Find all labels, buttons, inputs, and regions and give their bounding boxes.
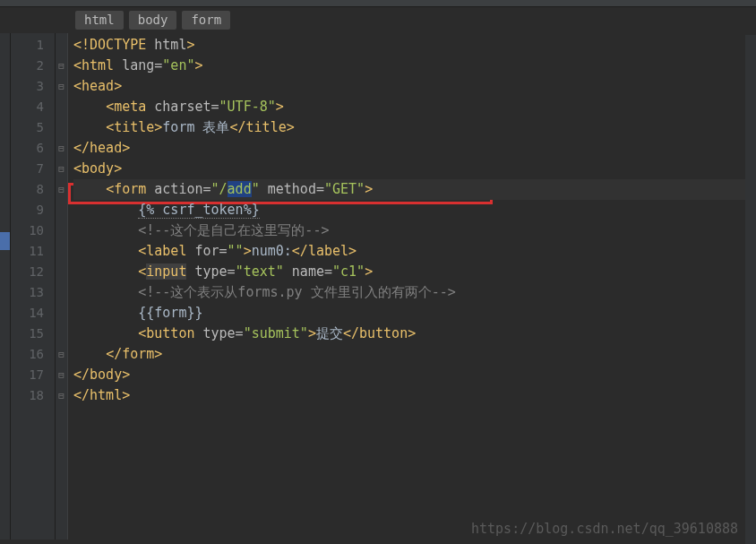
code-line[interactable]: </body> xyxy=(73,365,756,385)
line-number[interactable]: 15 xyxy=(11,324,44,344)
line-number[interactable]: 12 xyxy=(11,262,44,282)
code-line[interactable]: <body> xyxy=(73,159,756,179)
fold-toggle-icon[interactable]: ⊟ xyxy=(56,385,67,406)
line-number[interactable]: 16 xyxy=(11,344,44,365)
line-number[interactable]: 9 xyxy=(11,200,44,220)
code-line[interactable]: <meta charset="UTF-8"> xyxy=(73,97,756,117)
line-number[interactable]: 8 xyxy=(11,179,44,200)
line-number[interactable]: 5 xyxy=(11,117,44,138)
fold-toggle-icon xyxy=(56,241,67,262)
code-line[interactable]: <!DOCTYPE html> xyxy=(73,35,756,56)
line-number[interactable]: 7 xyxy=(11,159,44,179)
fold-toggle-icon xyxy=(56,303,67,324)
code-line[interactable]: <input type="text" name="c1"> xyxy=(73,262,756,282)
fold-toggle-icon xyxy=(56,220,67,241)
line-number-gutter: 123456789101112131415161718 xyxy=(11,33,56,540)
right-margin-overview[interactable] xyxy=(745,35,756,544)
fold-toggle-icon[interactable]: ⊟ xyxy=(56,179,67,200)
fold-toggle-icon xyxy=(56,262,67,282)
line-number[interactable]: 4 xyxy=(11,97,44,117)
code-line[interactable]: {{form}} xyxy=(73,303,756,324)
code-line[interactable]: <form action="/add" method="GET"> xyxy=(73,179,756,200)
line-number[interactable]: 10 xyxy=(11,220,44,241)
code-line[interactable]: {% csrf_token%} xyxy=(73,200,756,220)
fold-toggle-icon xyxy=(56,200,67,220)
code-line[interactable]: </head> xyxy=(73,138,756,159)
breadcrumb-item-html[interactable]: html xyxy=(75,11,124,30)
breadcrumb-item-form[interactable]: form xyxy=(182,11,230,30)
code-line[interactable]: <button type="submit">提交</button> xyxy=(73,324,756,344)
fold-toggle-icon xyxy=(56,282,67,303)
code-line[interactable]: <!--这个表示从forms.py 文件里引入的有两个--> xyxy=(73,282,756,303)
fold-toggle-icon[interactable]: ⊟ xyxy=(56,365,67,385)
fold-toggle-icon[interactable]: ⊟ xyxy=(56,76,67,97)
code-line[interactable]: <html lang="en"> xyxy=(73,56,756,76)
fold-toggle-icon xyxy=(56,117,67,138)
fold-gutter: ⊟⊟⊟⊟⊟⊟⊟⊟ xyxy=(56,33,68,540)
line-number[interactable]: 6 xyxy=(11,138,44,159)
line-number[interactable]: 14 xyxy=(11,303,44,324)
bookmark-marker[interactable] xyxy=(0,232,10,250)
fold-toggle-icon[interactable]: ⊟ xyxy=(56,344,67,365)
fold-toggle-icon[interactable]: ⊟ xyxy=(56,56,67,76)
fold-toggle-icon xyxy=(56,324,67,344)
code-line[interactable]: <!--这个是自己在这里写的--> xyxy=(73,220,756,241)
code-area[interactable]: <!DOCTYPE html><html lang="en"><head> <m… xyxy=(68,33,756,540)
code-line[interactable]: <head> xyxy=(73,76,756,97)
marker-gutter xyxy=(0,33,11,540)
toolbar-strip xyxy=(0,0,756,7)
fold-toggle-icon xyxy=(56,97,67,117)
breadcrumb-item-body[interactable]: body xyxy=(129,11,177,30)
fold-toggle-icon[interactable]: ⊟ xyxy=(56,138,67,159)
fold-toggle-icon xyxy=(56,35,67,56)
code-line[interactable]: <label for="">num0:</label> xyxy=(73,241,756,262)
editor-area: 123456789101112131415161718 ⊟⊟⊟⊟⊟⊟⊟⊟ <!D… xyxy=(0,33,756,540)
fold-toggle-icon[interactable]: ⊟ xyxy=(56,159,67,179)
code-line[interactable]: <title>form 表单</title> xyxy=(73,117,756,138)
line-number[interactable]: 17 xyxy=(11,365,44,385)
line-number[interactable]: 11 xyxy=(11,241,44,262)
breadcrumb-bar: html body form xyxy=(0,7,756,33)
code-line[interactable]: </html> xyxy=(73,385,756,406)
line-number[interactable]: 2 xyxy=(11,56,44,76)
line-number[interactable]: 18 xyxy=(11,385,44,406)
line-number[interactable]: 13 xyxy=(11,282,44,303)
code-line[interactable]: </form> xyxy=(73,344,756,365)
line-number[interactable]: 3 xyxy=(11,76,44,97)
line-number[interactable]: 1 xyxy=(11,35,44,56)
watermark-text: https://blog.csdn.net/qq_39610888 xyxy=(471,521,738,537)
